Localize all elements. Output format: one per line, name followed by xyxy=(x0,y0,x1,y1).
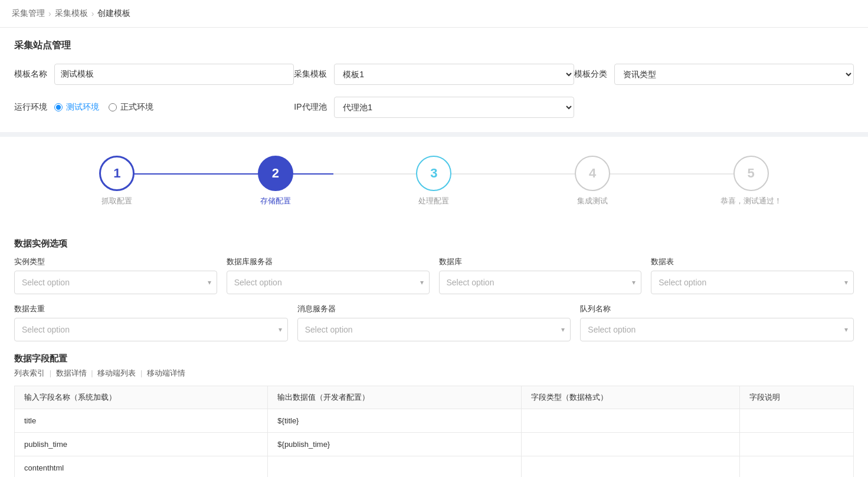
data-table-label: 数据表 xyxy=(651,256,854,267)
table-row: publish_time ${publish_time} xyxy=(15,433,854,456)
db-server-select-wrap: Select option xyxy=(227,271,430,294)
step-5-label: 恭喜，测试通过！ xyxy=(720,196,782,206)
dropdowns-row-1: 实例类型 Select option 数据库服务器 Select option … xyxy=(14,256,854,294)
col-field-type: 字段类型（数据格式） xyxy=(521,386,739,409)
database-group: 数据库 Select option xyxy=(439,256,642,294)
field-config-tabs: 列表索引 | 数据详情 | 移动端列表 | 移动端详情 xyxy=(14,368,854,379)
data-table-select-wrap: Select option xyxy=(651,271,854,294)
step-4-circle: 4 xyxy=(575,156,610,191)
field-table: 输入字段名称（系统加载） 输出数据值（开发者配置） 字段类型（数据格式） 字段说… xyxy=(14,386,854,477)
radio-test-env[interactable]: 测试环境 xyxy=(54,102,99,113)
db-server-label: 数据库服务器 xyxy=(227,256,430,267)
step-2-circle: 2 xyxy=(258,156,293,191)
instance-type-group: 实例类型 Select option xyxy=(14,256,217,294)
instance-type-select[interactable]: Select option xyxy=(14,271,217,294)
template-category-row: 模板分类 资讯类型 商品类型 xyxy=(574,64,854,85)
ip-pool-row: IP代理池 代理池1 代理池2 xyxy=(294,97,574,118)
radio-prod-env-label: 正式环境 xyxy=(120,102,153,113)
msg-server-group: 消息服务器 Select option xyxy=(297,304,571,341)
collection-template-label: 采集模板 xyxy=(294,69,327,80)
radio-prod-env-input[interactable] xyxy=(109,103,117,111)
main-content: 数据实例选项 实例类型 Select option 数据库服务器 Select … xyxy=(0,226,868,477)
queue-name-select-wrap: Select option xyxy=(580,318,854,341)
data-table-group: 数据表 Select option xyxy=(651,256,854,294)
queue-name-label: 队列名称 xyxy=(580,304,854,314)
table-row: contenthtml xyxy=(15,456,854,478)
db-server-group: 数据库服务器 Select option xyxy=(227,256,430,294)
col-input-field: 输入字段名称（系统加载） xyxy=(15,386,268,409)
radio-test-env-label: 测试环境 xyxy=(66,102,99,113)
step-3-circle: 3 xyxy=(416,156,451,191)
breadcrumb-item-3: 创建模板 xyxy=(97,8,130,19)
cell-field-type-0 xyxy=(521,409,739,433)
step-3-label: 处理配置 xyxy=(418,196,449,206)
field-config-title: 数据字段配置 xyxy=(14,353,854,364)
cell-field-desc-2 xyxy=(739,456,853,478)
db-server-select[interactable]: Select option xyxy=(227,271,430,294)
run-env-label: 运行环境 xyxy=(14,102,47,113)
cell-output-value-2 xyxy=(268,456,521,478)
step-4-label: 集成测试 xyxy=(577,196,608,206)
step-5-circle: 5 xyxy=(733,156,769,191)
queue-name-select[interactable]: Select option xyxy=(580,318,854,341)
step-1-label: 抓取配置 xyxy=(101,196,132,206)
template-category-label: 模板分类 xyxy=(574,69,607,80)
collection-template-row: 采集模板 模板1 模板2 xyxy=(294,64,574,85)
data-instance-title: 数据实例选项 xyxy=(14,226,854,256)
database-select[interactable]: Select option xyxy=(439,271,642,294)
divider xyxy=(0,132,868,137)
queue-name-group: 队列名称 Select option xyxy=(580,304,854,341)
dedup-group: 数据去重 Select option xyxy=(14,304,288,341)
step-1[interactable]: 1 抓取配置 xyxy=(38,156,196,206)
database-label: 数据库 xyxy=(439,256,642,267)
tab-mobile-list[interactable]: 移动端列表 xyxy=(97,369,136,377)
step-5[interactable]: 5 恭喜，测试通过！ xyxy=(672,156,830,206)
breadcrumb-sep-2: › xyxy=(91,9,94,18)
radio-prod-env[interactable]: 正式环境 xyxy=(109,102,153,113)
msg-server-select-wrap: Select option xyxy=(297,318,571,341)
col-output-value: 输出数据值（开发者配置） xyxy=(268,386,521,409)
cell-field-type-2 xyxy=(521,456,739,478)
step-4[interactable]: 4 集成测试 xyxy=(513,156,672,206)
table-header-row: 输入字段名称（系统加载） 输出数据值（开发者配置） 字段类型（数据格式） 字段说… xyxy=(15,386,854,409)
cell-field-desc-1 xyxy=(739,433,853,456)
col-field-desc: 字段说明 xyxy=(739,386,853,409)
dedup-label: 数据去重 xyxy=(14,304,288,314)
msg-server-label: 消息服务器 xyxy=(297,304,571,314)
tab-mobile-detail[interactable]: 移动端详情 xyxy=(147,369,185,377)
cell-input-field-2: contenthtml xyxy=(15,456,268,478)
breadcrumb-sep-1: › xyxy=(48,9,51,18)
radio-test-env-input[interactable] xyxy=(54,103,63,111)
template-name-label: 模板名称 xyxy=(14,69,47,80)
breadcrumb-item-2[interactable]: 采集模板 xyxy=(55,8,88,19)
template-category-select[interactable]: 资讯类型 商品类型 xyxy=(614,64,854,85)
step-2[interactable]: 2 存储配置 xyxy=(196,156,355,206)
step-2-label: 存储配置 xyxy=(260,196,291,206)
instance-type-label: 实例类型 xyxy=(14,256,217,267)
cell-output-value-1: ${publish_time} xyxy=(268,433,521,456)
run-env-row: 运行环境 测试环境 正式环境 xyxy=(14,97,294,118)
dedup-select-wrap: Select option xyxy=(14,318,288,341)
cell-input-field-1: publish_time xyxy=(15,433,268,456)
cell-field-desc-0 xyxy=(739,409,853,433)
top-section-title: 采集站点管理 xyxy=(14,40,854,52)
breadcrumb: 采集管理 › 采集模板 › 创建模板 xyxy=(0,0,868,28)
msg-server-select[interactable]: Select option xyxy=(297,318,571,341)
tab-list-index[interactable]: 列表索引 xyxy=(14,369,45,377)
data-table-select[interactable]: Select option xyxy=(651,271,854,294)
breadcrumb-item-1[interactable]: 采集管理 xyxy=(12,8,45,19)
template-name-input[interactable] xyxy=(54,64,294,85)
dropdowns-row-2: 数据去重 Select option 消息服务器 Select option 队… xyxy=(14,304,854,341)
dedup-select[interactable]: Select option xyxy=(14,318,288,341)
step-3[interactable]: 3 处理配置 xyxy=(355,156,513,206)
tab-data-detail[interactable]: 数据详情 xyxy=(56,369,87,377)
collection-template-select[interactable]: 模板1 模板2 xyxy=(334,64,574,85)
template-name-row: 模板名称 xyxy=(14,64,294,85)
cell-field-type-1 xyxy=(521,433,739,456)
ip-pool-select[interactable]: 代理池1 代理池2 xyxy=(334,97,574,118)
run-env-radio-group: 测试环境 正式环境 xyxy=(54,102,153,113)
step-1-circle: 1 xyxy=(99,156,135,191)
cell-output-value-0: ${title} xyxy=(268,409,521,433)
instance-type-select-wrap: Select option xyxy=(14,271,217,294)
top-section: 采集站点管理 模板名称 采集模板 模板1 模板2 模板分类 资讯类型 商品类型 … xyxy=(0,28,868,132)
